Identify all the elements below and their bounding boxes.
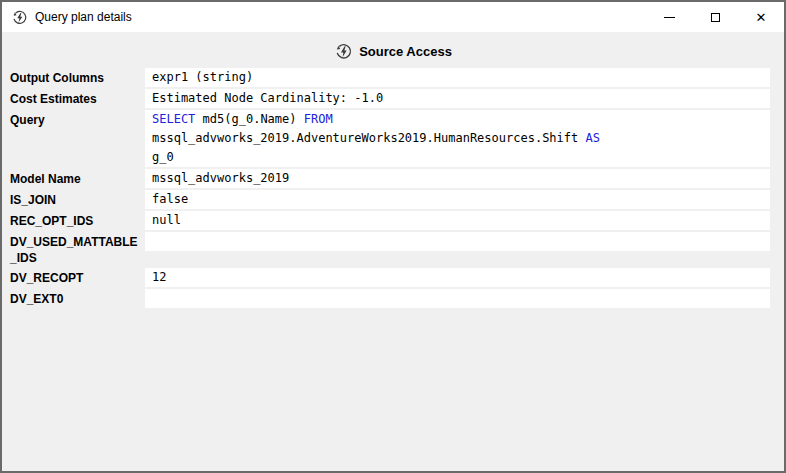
field-label: Output Columns: [10, 68, 145, 86]
field-label: Query: [10, 110, 145, 128]
field-value[interactable]: Estimated Node Cardinality: -1.0: [145, 89, 770, 108]
field-value[interactable]: [145, 232, 770, 251]
field-row: DV_RECOPT 12: [10, 268, 770, 287]
field-value[interactable]: 12: [145, 268, 770, 287]
minimize-icon: [664, 17, 675, 18]
field-label: DV_USED_MATTABLE_IDS: [10, 232, 145, 266]
field-label: DV_EXT0: [10, 289, 145, 307]
node-header: Source Access: [2, 40, 784, 62]
titlebar: Query plan details ✕: [2, 2, 784, 32]
source-access-icon: [334, 42, 353, 61]
field-label: Model Name: [10, 169, 145, 187]
field-label: Cost Estimates: [10, 89, 145, 107]
field-row: Output Columns expr1 (string): [10, 68, 770, 87]
field-row: DV_USED_MATTABLE_IDS: [10, 232, 770, 266]
close-button[interactable]: ✕: [738, 2, 784, 32]
maximize-icon: [711, 13, 720, 22]
field-value[interactable]: null: [145, 211, 770, 230]
field-row: Query SELECT md5(g_0.Name) FROM mssql_ad…: [10, 110, 770, 167]
dialog-content: Source Access Output Columns expr1 (stri…: [2, 32, 784, 471]
maximize-button[interactable]: [692, 2, 738, 32]
field-label: REC_OPT_IDS: [10, 211, 145, 229]
field-label: DV_RECOPT: [10, 268, 145, 286]
field-value[interactable]: SELECT md5(g_0.Name) FROM mssql_advworks…: [145, 110, 770, 167]
field-value[interactable]: [145, 289, 770, 308]
query-plan-details-window: Query plan details ✕ Source Access Outpu…: [0, 0, 786, 473]
node-title: Source Access: [359, 44, 452, 59]
minimize-button[interactable]: [646, 2, 692, 32]
field-value[interactable]: expr1 (string): [145, 68, 770, 87]
field-row: Model Name mssql_advworks_2019: [10, 169, 770, 188]
field-row: DV_EXT0: [10, 289, 770, 308]
window-title: Query plan details: [35, 10, 132, 24]
field-label: IS_JOIN: [10, 190, 145, 208]
field-value[interactable]: mssql_advworks_2019: [145, 169, 770, 188]
field-row: Cost Estimates Estimated Node Cardinalit…: [10, 89, 770, 108]
fields-form: Output Columns expr1 (string) Cost Estim…: [2, 68, 784, 308]
field-row: IS_JOIN false: [10, 190, 770, 209]
field-row: REC_OPT_IDS null: [10, 211, 770, 230]
window-controls: ✕: [646, 2, 784, 32]
close-icon: ✕: [756, 11, 767, 24]
field-value[interactable]: false: [145, 190, 770, 209]
query-plan-icon: [11, 9, 28, 26]
